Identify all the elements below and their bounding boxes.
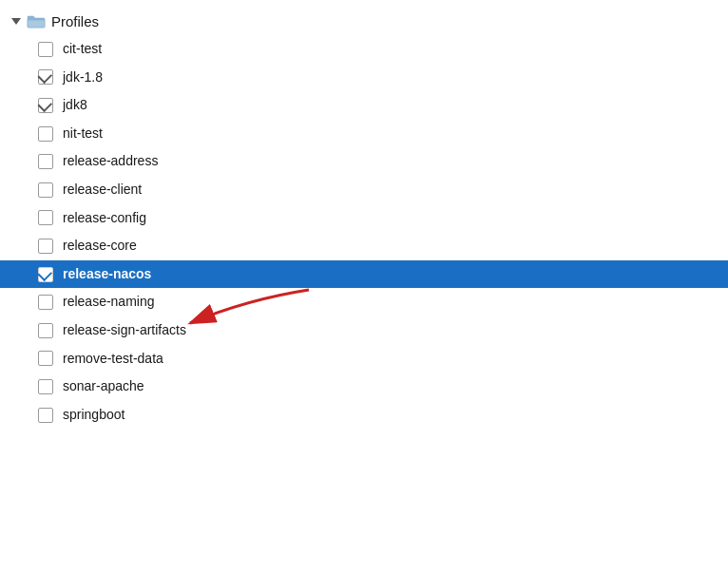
profile-name: nit-test — [63, 124, 103, 144]
profile-list: cit-testjdk-1.8jdk8nit-testrelease-addre… — [0, 35, 728, 429]
profiles-title: Profiles — [51, 13, 99, 29]
list-item[interactable]: cit-test — [0, 35, 728, 64]
profile-name: release-nacos — [63, 265, 151, 284]
checkbox[interactable] — [38, 408, 53, 423]
profile-name: release-core — [63, 237, 137, 256]
list-item[interactable]: remove-test-data — [0, 345, 728, 373]
checkbox[interactable] — [38, 239, 53, 254]
list-item[interactable]: release-naming — [0, 288, 728, 316]
chevron-down-icon — [11, 18, 21, 25]
folder-icon — [27, 14, 46, 29]
profile-name: release-config — [63, 209, 146, 228]
list-item[interactable]: release-client — [0, 176, 728, 204]
profile-name: release-address — [63, 152, 158, 171]
checkbox[interactable] — [38, 351, 53, 366]
profile-name: sonar-apache — [63, 377, 144, 396]
list-item[interactable]: sonar-apache — [0, 373, 728, 401]
checkbox[interactable] — [38, 267, 53, 282]
profile-name: springboot — [63, 406, 125, 425]
profile-name: remove-test-data — [63, 350, 163, 369]
checkbox[interactable] — [38, 323, 53, 338]
list-item[interactable]: springboot — [0, 401, 728, 430]
profile-name: release-client — [63, 181, 142, 200]
list-item[interactable]: release-address — [0, 147, 728, 176]
profile-name: jdk-1.8 — [63, 68, 103, 87]
profile-name: release-naming — [63, 293, 155, 312]
list-item[interactable]: release-sign-artifacts — [0, 316, 728, 345]
list-item[interactable]: release-config — [0, 204, 728, 233]
list-item[interactable]: jdk8 — [0, 91, 728, 120]
checkbox[interactable] — [38, 182, 53, 198]
profiles-header[interactable]: Profiles — [0, 8, 728, 35]
list-item[interactable]: release-nacos — [0, 260, 728, 289]
checkbox[interactable] — [38, 210, 53, 225]
checkbox[interactable] — [38, 295, 53, 310]
list-item[interactable]: nit-test — [0, 120, 728, 148]
profile-name: cit-test — [63, 40, 102, 59]
checkbox[interactable] — [38, 42, 53, 57]
checkbox[interactable] — [38, 69, 53, 85]
checkbox[interactable] — [38, 154, 53, 169]
list-item[interactable]: jdk-1.8 — [0, 64, 728, 92]
profiles-panel: Profiles cit-testjdk-1.8jdk8nit-testrele… — [0, 8, 728, 429]
checkbox[interactable] — [38, 126, 53, 142]
checkbox[interactable] — [38, 379, 53, 394]
checkbox[interactable] — [38, 98, 53, 113]
profile-name: jdk8 — [63, 96, 87, 115]
profile-name: release-sign-artifacts — [63, 321, 186, 340]
list-item[interactable]: release-core — [0, 232, 728, 260]
